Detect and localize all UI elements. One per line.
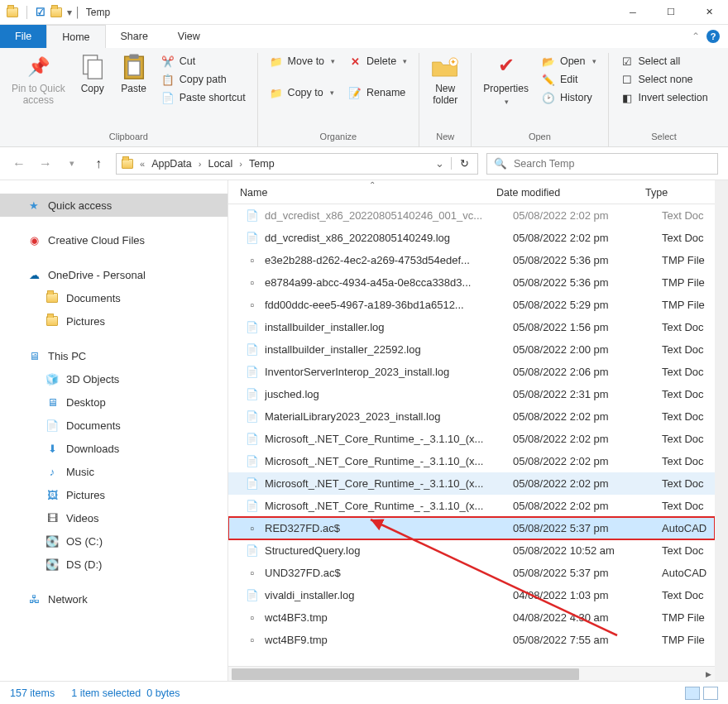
sidebar-item-downloads[interactable]: ⬇Downloads — [0, 437, 228, 460]
group-label-open: Open — [529, 130, 551, 145]
recent-locations-button[interactable]: ▾ — [63, 155, 81, 173]
sidebar-item-desktop[interactable]: 🖥Desktop — [0, 390, 228, 414]
file-row[interactable]: 📄vivaldi_installer.log04/08/2022 1:03 pm… — [228, 584, 715, 606]
large-icons-view-button[interactable] — [703, 687, 718, 700]
paste-shortcut-button[interactable]: 📄Paste shortcut — [158, 89, 249, 106]
qatoolbar-divider: ▾ │ — [67, 7, 81, 18]
sidebar-item-pictures[interactable]: 🖼Pictures — [0, 483, 228, 506]
horizontal-scrollbar[interactable]: ◀ ▶ — [228, 666, 715, 681]
rename-button[interactable]: 📝Rename — [345, 84, 410, 101]
tab-view[interactable]: View — [163, 25, 215, 48]
file-row[interactable]: 📄MaterialLibrary2023_2023_install.log05/… — [228, 405, 715, 428]
breadcrumb-segment[interactable]: Local — [203, 158, 237, 170]
sidebar-item-os-c[interactable]: 💽OS (C:) — [0, 529, 228, 553]
properties-button[interactable]: ✔ Properties▾ — [480, 53, 532, 108]
up-button[interactable]: ↑ — [89, 155, 108, 173]
file-date: 05/08/2022 5:37 pm — [513, 567, 662, 579]
file-row[interactable]: ▫e3e2b288-d262-4ec2-a269-4753d54edef...0… — [228, 249, 715, 271]
close-button[interactable]: ✕ — [690, 0, 728, 25]
status-bar: 157 items 1 item selected 0 bytes — [0, 681, 728, 704]
sidebar-item-creative-cloud[interactable]: ◉Creative Cloud Files — [0, 228, 228, 251]
tab-home[interactable]: Home — [46, 25, 105, 48]
copy-button[interactable]: Copy — [75, 53, 110, 96]
column-date[interactable]: Date modified — [496, 187, 645, 199]
file-icon: ▫ — [245, 253, 260, 268]
delete-button[interactable]: ✕Delete▾ — [345, 53, 410, 69]
sidebar-item-documents[interactable]: Documents — [0, 286, 228, 309]
sidebar-item-music[interactable]: ♪Music — [0, 460, 228, 483]
collapse-ribbon-icon[interactable]: ⌃ — [692, 31, 700, 42]
file-icon: ▫ — [245, 611, 260, 625]
file-date: 04/08/2022 1:03 pm — [513, 589, 662, 601]
checkbox-icon[interactable]: ☑ — [36, 6, 46, 18]
sidebar-item-ds-d[interactable]: 💽DS (D:) — [0, 553, 228, 576]
column-type[interactable]: Type — [645, 187, 715, 199]
history-button[interactable]: 🕑History — [539, 89, 600, 106]
column-name[interactable]: Name — [228, 187, 496, 199]
file-name: Microsoft_.NET_Core_Runtime_-_3.1.10_(x.… — [265, 477, 513, 490]
sidebar-item-pictures[interactable]: Pictures — [0, 309, 228, 333]
sidebar-item-onedrive[interactable]: ☁OneDrive - Personal — [0, 263, 228, 286]
file-row[interactable]: ▫wct4BF9.tmp05/08/2022 7:55 amTMP File — [228, 629, 715, 651]
file-row[interactable]: 📄dd_vcredist_x86_20220805140246_001_vc..… — [228, 204, 715, 227]
sidebar-item-this-pc[interactable]: 🖥This PC — [0, 344, 228, 367]
sidebar-item-network[interactable]: 🖧Network — [0, 587, 228, 611]
svg-text:✦: ✦ — [450, 58, 457, 66]
copy-path-icon: 📋 — [161, 73, 175, 86]
select-all-button[interactable]: ☑Select all — [617, 53, 711, 69]
select-none-button[interactable]: ☐Select none — [617, 71, 711, 88]
paste-button[interactable]: Paste — [117, 53, 151, 96]
copy-path-button[interactable]: 📋Copy path — [158, 71, 249, 88]
navigation-pane[interactable]: ★Quick access ◉Creative Cloud Files ☁One… — [0, 180, 228, 681]
file-row[interactable]: 📄Microsoft_.NET_Core_Runtime_-_3.1.10_(x… — [228, 472, 715, 495]
maximize-button[interactable]: ☐ — [652, 0, 690, 25]
cut-button[interactable]: ✂️Cut — [158, 53, 249, 69]
minimize-button[interactable]: ─ — [614, 0, 652, 25]
copy-to-button[interactable]: 📁Copy to▾ — [266, 84, 338, 101]
file-row[interactable]: 📄Microsoft_.NET_Core_Runtime_-_3.1.10_(x… — [228, 428, 715, 450]
file-icon: 📄 — [245, 432, 260, 447]
breadcrumb-segment[interactable]: AppData — [146, 158, 197, 170]
back-button[interactable]: ← — [10, 155, 28, 173]
details-view-button[interactable] — [685, 687, 700, 700]
file-row[interactable]: 📄installbuilder_installer.log05/08/2022 … — [228, 316, 715, 338]
tab-file[interactable]: File — [0, 25, 46, 48]
pin-to-quick-access-button[interactable]: 📌 Pin to Quick access — [8, 53, 69, 108]
address-dropdown-button[interactable]: ⌄ — [429, 157, 451, 170]
file-row[interactable]: ▫e8784a99-abcc-4934-a45a-0e8cca338d3...0… — [228, 271, 715, 294]
search-input[interactable] — [514, 158, 717, 170]
forward-button[interactable]: → — [36, 155, 55, 173]
file-row[interactable]: ▫RED327FD.ac$05/08/2022 5:37 pmAutoCAD — [228, 517, 715, 539]
breadcrumb[interactable]: « AppData › Local › Temp ⌄ ↻ — [116, 153, 478, 175]
file-row[interactable]: 📄dd_vcredist_x86_20220805140249.log05/08… — [228, 227, 715, 249]
status-selection: 1 item selected 0 bytes — [71, 687, 180, 699]
new-folder-button[interactable]: ✦ New folder — [428, 53, 462, 108]
move-to-button[interactable]: 📁Move to▾ — [266, 53, 338, 69]
file-row[interactable]: ▫fdd00ddc-eee5-4967-a189-36bd1a6512...05… — [228, 294, 715, 316]
sidebar-item-3d-objects[interactable]: 🧊3D Objects — [0, 367, 228, 390]
file-row[interactable]: 📄InventorServerInterop_2023_install.log0… — [228, 361, 715, 383]
file-date: 05/08/2022 5:29 pm — [513, 299, 662, 311]
file-name: dd_vcredist_x86_20220805140246_001_vc... — [265, 209, 513, 222]
column-headers[interactable]: ⌃ Name Date modified Type — [228, 180, 715, 204]
refresh-button[interactable]: ↻ — [451, 157, 477, 170]
file-row[interactable]: ▫wct4BF3.tmp04/08/2022 4:30 amTMP File — [228, 606, 715, 629]
search-box[interactable]: 🔍 — [486, 153, 718, 175]
sidebar-item-videos[interactable]: 🎞Videos — [0, 506, 228, 529]
sidebar-item-quick-access[interactable]: ★Quick access — [0, 194, 228, 217]
tab-share[interactable]: Share — [106, 25, 163, 48]
vertical-scrollbar[interactable] — [715, 180, 728, 681]
file-row[interactable]: 📄installbuilder_installer_22592.log05/08… — [228, 338, 715, 361]
invert-selection-button[interactable]: ◧Invert selection — [617, 89, 711, 106]
breadcrumb-segment[interactable]: Temp — [244, 158, 280, 170]
sort-indicator-icon: ⌃ — [369, 180, 376, 189]
open-button[interactable]: 📂Open▾ — [539, 53, 600, 69]
file-row[interactable]: 📄jusched.log05/08/2022 2:31 pmText Doc — [228, 383, 715, 405]
file-row[interactable]: 📄Microsoft_.NET_Core_Runtime_-_3.1.10_(x… — [228, 450, 715, 472]
sidebar-item-documents[interactable]: 📄Documents — [0, 414, 228, 437]
file-row[interactable]: 📄Microsoft_.NET_Core_Runtime_-_3.1.10_(x… — [228, 495, 715, 517]
help-icon[interactable]: ? — [706, 30, 720, 43]
edit-button[interactable]: ✏️Edit — [539, 71, 600, 88]
file-row[interactable]: ▫UND327FD.ac$05/08/2022 5:37 pmAutoCAD — [228, 562, 715, 584]
file-row[interactable]: 📄StructuredQuery.log05/08/2022 10:52 amT… — [228, 539, 715, 562]
